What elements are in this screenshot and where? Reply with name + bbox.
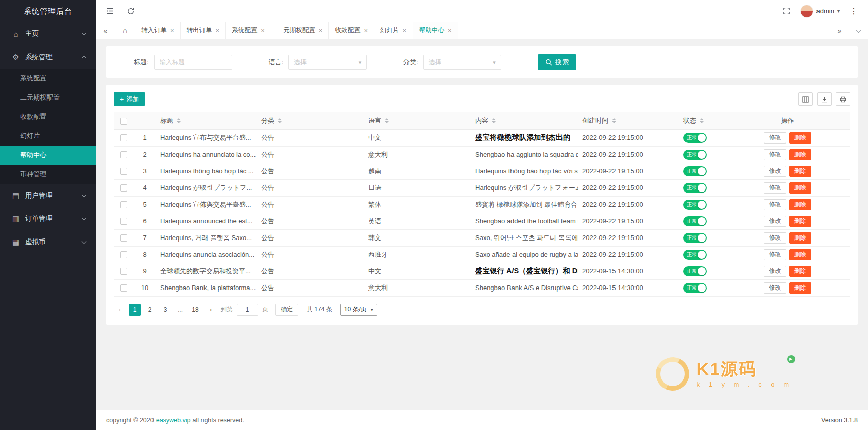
select-all-checkbox[interactable] (120, 118, 127, 125)
tab-options-button[interactable] (849, 22, 868, 39)
tab-item[interactable]: 转出订单× (181, 22, 226, 39)
delete-button[interactable]: 删除 (789, 216, 811, 227)
tab-item[interactable]: 收款配置× (329, 22, 374, 39)
sidebar-subitem-slides[interactable]: 幻灯片 (0, 126, 96, 146)
easyweb-link[interactable]: easyweb.vip (156, 417, 191, 424)
row-checkbox[interactable] (120, 201, 127, 208)
modify-button[interactable]: 修改 (764, 216, 786, 227)
delete-button[interactable]: 删除 (789, 249, 811, 260)
sidebar-item-virtual-currency[interactable]: ▦虚拟币 (0, 230, 96, 254)
status-toggle[interactable]: 正常 (683, 283, 707, 293)
scroll-tabs-left-button[interactable]: « (96, 22, 115, 39)
sort-icon[interactable] (612, 118, 616, 123)
refresh-icon[interactable] (125, 6, 136, 17)
tab-item[interactable]: 二元期权配置× (271, 22, 329, 39)
tab-item[interactable]: 幻灯片× (374, 22, 413, 39)
close-icon[interactable]: × (319, 27, 323, 34)
status-toggle[interactable]: 正常 (683, 133, 707, 143)
sidebar-item-home[interactable]: ⌂主页 (0, 22, 96, 45)
sidebar-item-system[interactable]: ⚙系统管理 (0, 45, 96, 69)
close-icon[interactable]: × (216, 27, 220, 34)
tab-item[interactable]: 帮助中心× (413, 22, 458, 39)
user-menu[interactable]: admin ▾ (800, 5, 840, 18)
modify-button[interactable]: 修改 (764, 266, 786, 277)
row-checkbox[interactable] (120, 134, 127, 141)
category-select[interactable]: 选择 ▾ (423, 55, 501, 70)
row-checkbox[interactable] (120, 268, 127, 275)
page-button[interactable]: 3 (159, 304, 171, 316)
scroll-tabs-right-button[interactable]: » (830, 22, 849, 39)
fullscreen-icon[interactable] (781, 6, 792, 17)
sidebar-item-orders[interactable]: ▥订单管理 (0, 207, 96, 230)
sidebar-subitem-currency-management[interactable]: 币种管理 (0, 165, 96, 184)
status-toggle[interactable]: 正常 (683, 150, 707, 160)
close-icon[interactable]: × (261, 27, 265, 34)
delete-button[interactable]: 删除 (789, 149, 811, 160)
prev-page-icon[interactable]: ‹ (114, 304, 126, 316)
row-checkbox[interactable] (120, 284, 127, 292)
sidebar-subitem-binary-option-config[interactable]: 二元期权配置 (0, 88, 96, 107)
sort-icon[interactable] (700, 118, 704, 123)
modify-button[interactable]: 修改 (764, 132, 786, 144)
search-button[interactable]: 搜索 (538, 54, 576, 70)
add-button[interactable]: + 添加 (114, 92, 145, 106)
sort-icon[interactable] (278, 118, 282, 123)
language-select[interactable]: 选择 ▾ (288, 55, 367, 70)
delete-button[interactable]: 删除 (789, 232, 811, 244)
modify-button[interactable]: 修改 (764, 166, 786, 177)
modify-button[interactable]: 修改 (764, 199, 786, 210)
delete-button[interactable]: 删除 (789, 266, 811, 277)
title-input[interactable] (154, 55, 232, 70)
status-toggle[interactable]: 正常 (683, 200, 707, 210)
export-button[interactable] (817, 92, 832, 106)
modify-button[interactable]: 修改 (764, 182, 786, 194)
row-checkbox[interactable] (120, 151, 127, 158)
delete-button[interactable]: 删除 (789, 166, 811, 177)
status-toggle[interactable]: 正常 (683, 250, 707, 260)
sidebar-subitem-payment-config[interactable]: 收款配置 (0, 107, 96, 126)
status-toggle[interactable]: 正常 (683, 183, 707, 193)
more-menu-icon[interactable]: ⋮ (848, 6, 860, 16)
print-button[interactable] (836, 92, 850, 106)
close-icon[interactable]: × (448, 27, 452, 34)
delete-button[interactable]: 删除 (789, 199, 811, 210)
delete-button[interactable]: 删除 (789, 282, 811, 294)
sort-icon[interactable] (492, 118, 496, 123)
row-checkbox[interactable] (120, 184, 127, 192)
home-tab[interactable]: ⌂ (115, 22, 135, 39)
status-toggle[interactable]: 正常 (683, 216, 707, 226)
next-page-icon[interactable]: › (205, 304, 217, 316)
sidebar-subitem-help-center[interactable]: 帮助中心 (0, 146, 96, 165)
delete-button[interactable]: 删除 (789, 182, 811, 194)
delete-button[interactable]: 删除 (789, 132, 811, 144)
page-button[interactable]: 1 (129, 304, 141, 316)
row-number: 10 (134, 279, 156, 296)
sidebar-item-users[interactable]: ▤用户管理 (0, 184, 96, 207)
page-button[interactable]: 2 (144, 304, 156, 316)
modify-button[interactable]: 修改 (764, 249, 786, 260)
sort-icon[interactable] (385, 118, 389, 123)
tab-item[interactable]: 系统配置× (226, 22, 271, 39)
close-icon[interactable]: × (364, 27, 368, 34)
modify-button[interactable]: 修改 (764, 282, 786, 294)
goto-page-input[interactable] (237, 304, 258, 316)
close-icon[interactable]: × (170, 27, 174, 34)
confirm-button[interactable]: 确定 (275, 304, 298, 316)
sidebar-subitem-system-config[interactable]: 系统配置 (0, 69, 96, 88)
tab-item[interactable]: 转入订单× (135, 22, 181, 39)
status-toggle[interactable]: 正常 (683, 233, 707, 243)
status-toggle[interactable]: 正常 (683, 266, 707, 276)
row-checkbox[interactable] (120, 218, 127, 225)
row-checkbox[interactable] (120, 168, 127, 175)
row-checkbox[interactable] (120, 234, 127, 242)
page-size-select[interactable]: 10 条/页▾ (340, 304, 377, 316)
sort-icon[interactable] (177, 118, 181, 123)
modify-button[interactable]: 修改 (764, 232, 786, 244)
columns-button[interactable] (798, 92, 813, 106)
row-checkbox[interactable] (120, 251, 127, 258)
close-icon[interactable]: × (402, 27, 406, 34)
page-button[interactable]: 18 (189, 304, 201, 316)
collapse-sidebar-icon[interactable] (104, 6, 115, 17)
modify-button[interactable]: 修改 (764, 149, 786, 160)
status-toggle[interactable]: 正常 (683, 166, 707, 176)
